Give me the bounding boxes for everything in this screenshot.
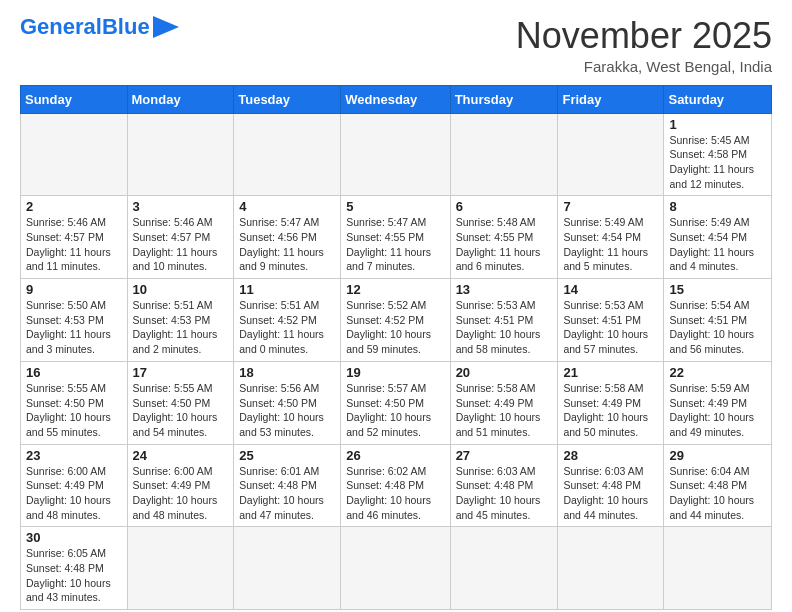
day-number: 20 bbox=[456, 365, 553, 380]
day-number: 10 bbox=[133, 282, 229, 297]
day-number: 21 bbox=[563, 365, 658, 380]
calendar-cell: 6Sunrise: 5:48 AM Sunset: 4:55 PM Daylig… bbox=[450, 196, 558, 279]
weekday-header-row: SundayMondayTuesdayWednesdayThursdayFrid… bbox=[21, 85, 772, 113]
calendar-cell: 21Sunrise: 5:58 AM Sunset: 4:49 PM Dayli… bbox=[558, 361, 664, 444]
day-number: 17 bbox=[133, 365, 229, 380]
day-number: 5 bbox=[346, 199, 444, 214]
calendar-cell: 11Sunrise: 5:51 AM Sunset: 4:52 PM Dayli… bbox=[234, 279, 341, 362]
logo-blue: Blue bbox=[102, 14, 150, 39]
weekday-header: Monday bbox=[127, 85, 234, 113]
calendar-cell: 15Sunrise: 5:54 AM Sunset: 4:51 PM Dayli… bbox=[664, 279, 772, 362]
day-number: 23 bbox=[26, 448, 122, 463]
calendar-cell: 12Sunrise: 5:52 AM Sunset: 4:52 PM Dayli… bbox=[341, 279, 450, 362]
logo: GeneralBlue bbox=[20, 16, 179, 38]
day-info: Sunrise: 5:55 AM Sunset: 4:50 PM Dayligh… bbox=[26, 381, 122, 440]
calendar: SundayMondayTuesdayWednesdayThursdayFrid… bbox=[20, 85, 772, 611]
logo-text: GeneralBlue bbox=[20, 16, 150, 38]
calendar-cell: 10Sunrise: 5:51 AM Sunset: 4:53 PM Dayli… bbox=[127, 279, 234, 362]
calendar-cell: 23Sunrise: 6:00 AM Sunset: 4:49 PM Dayli… bbox=[21, 444, 128, 527]
calendar-cell bbox=[664, 527, 772, 610]
day-info: Sunrise: 5:50 AM Sunset: 4:53 PM Dayligh… bbox=[26, 298, 122, 357]
calendar-week-row: 23Sunrise: 6:00 AM Sunset: 4:49 PM Dayli… bbox=[21, 444, 772, 527]
day-number: 3 bbox=[133, 199, 229, 214]
calendar-week-row: 2Sunrise: 5:46 AM Sunset: 4:57 PM Daylig… bbox=[21, 196, 772, 279]
day-info: Sunrise: 5:46 AM Sunset: 4:57 PM Dayligh… bbox=[133, 215, 229, 274]
day-info: Sunrise: 5:55 AM Sunset: 4:50 PM Dayligh… bbox=[133, 381, 229, 440]
day-number: 22 bbox=[669, 365, 766, 380]
calendar-week-row: 9Sunrise: 5:50 AM Sunset: 4:53 PM Daylig… bbox=[21, 279, 772, 362]
day-number: 12 bbox=[346, 282, 444, 297]
calendar-cell: 8Sunrise: 5:49 AM Sunset: 4:54 PM Daylig… bbox=[664, 196, 772, 279]
calendar-cell: 30Sunrise: 6:05 AM Sunset: 4:48 PM Dayli… bbox=[21, 527, 128, 610]
day-number: 18 bbox=[239, 365, 335, 380]
day-info: Sunrise: 5:58 AM Sunset: 4:49 PM Dayligh… bbox=[456, 381, 553, 440]
calendar-cell: 17Sunrise: 5:55 AM Sunset: 4:50 PM Dayli… bbox=[127, 361, 234, 444]
calendar-cell bbox=[127, 527, 234, 610]
calendar-cell bbox=[234, 113, 341, 196]
day-number: 28 bbox=[563, 448, 658, 463]
day-info: Sunrise: 5:53 AM Sunset: 4:51 PM Dayligh… bbox=[563, 298, 658, 357]
calendar-cell: 19Sunrise: 5:57 AM Sunset: 4:50 PM Dayli… bbox=[341, 361, 450, 444]
calendar-cell: 18Sunrise: 5:56 AM Sunset: 4:50 PM Dayli… bbox=[234, 361, 341, 444]
day-info: Sunrise: 6:04 AM Sunset: 4:48 PM Dayligh… bbox=[669, 464, 766, 523]
calendar-cell: 1Sunrise: 5:45 AM Sunset: 4:58 PM Daylig… bbox=[664, 113, 772, 196]
logo-icon bbox=[153, 16, 179, 38]
calendar-cell: 7Sunrise: 5:49 AM Sunset: 4:54 PM Daylig… bbox=[558, 196, 664, 279]
calendar-cell bbox=[558, 113, 664, 196]
calendar-cell bbox=[341, 113, 450, 196]
day-number: 25 bbox=[239, 448, 335, 463]
day-number: 4 bbox=[239, 199, 335, 214]
day-number: 15 bbox=[669, 282, 766, 297]
day-number: 6 bbox=[456, 199, 553, 214]
calendar-cell bbox=[341, 527, 450, 610]
day-info: Sunrise: 5:49 AM Sunset: 4:54 PM Dayligh… bbox=[563, 215, 658, 274]
day-info: Sunrise: 6:01 AM Sunset: 4:48 PM Dayligh… bbox=[239, 464, 335, 523]
calendar-week-row: 16Sunrise: 5:55 AM Sunset: 4:50 PM Dayli… bbox=[21, 361, 772, 444]
calendar-cell: 5Sunrise: 5:47 AM Sunset: 4:55 PM Daylig… bbox=[341, 196, 450, 279]
day-info: Sunrise: 5:46 AM Sunset: 4:57 PM Dayligh… bbox=[26, 215, 122, 274]
day-number: 27 bbox=[456, 448, 553, 463]
day-info: Sunrise: 5:45 AM Sunset: 4:58 PM Dayligh… bbox=[669, 133, 766, 192]
month-title: November 2025 bbox=[516, 16, 772, 56]
calendar-week-row: 30Sunrise: 6:05 AM Sunset: 4:48 PM Dayli… bbox=[21, 527, 772, 610]
calendar-cell: 4Sunrise: 5:47 AM Sunset: 4:56 PM Daylig… bbox=[234, 196, 341, 279]
day-info: Sunrise: 5:51 AM Sunset: 4:53 PM Dayligh… bbox=[133, 298, 229, 357]
calendar-cell: 3Sunrise: 5:46 AM Sunset: 4:57 PM Daylig… bbox=[127, 196, 234, 279]
day-number: 1 bbox=[669, 117, 766, 132]
calendar-cell: 26Sunrise: 6:02 AM Sunset: 4:48 PM Dayli… bbox=[341, 444, 450, 527]
day-info: Sunrise: 6:03 AM Sunset: 4:48 PM Dayligh… bbox=[563, 464, 658, 523]
weekday-header: Thursday bbox=[450, 85, 558, 113]
day-info: Sunrise: 5:59 AM Sunset: 4:49 PM Dayligh… bbox=[669, 381, 766, 440]
location: Farakka, West Bengal, India bbox=[516, 58, 772, 75]
page: GeneralBlue November 2025 Farakka, West … bbox=[0, 0, 792, 612]
calendar-cell: 27Sunrise: 6:03 AM Sunset: 4:48 PM Dayli… bbox=[450, 444, 558, 527]
weekday-header: Sunday bbox=[21, 85, 128, 113]
day-info: Sunrise: 6:02 AM Sunset: 4:48 PM Dayligh… bbox=[346, 464, 444, 523]
day-info: Sunrise: 6:00 AM Sunset: 4:49 PM Dayligh… bbox=[133, 464, 229, 523]
day-number: 9 bbox=[26, 282, 122, 297]
calendar-cell: 25Sunrise: 6:01 AM Sunset: 4:48 PM Dayli… bbox=[234, 444, 341, 527]
calendar-cell bbox=[558, 527, 664, 610]
calendar-cell: 13Sunrise: 5:53 AM Sunset: 4:51 PM Dayli… bbox=[450, 279, 558, 362]
header: GeneralBlue November 2025 Farakka, West … bbox=[20, 16, 772, 75]
day-number: 13 bbox=[456, 282, 553, 297]
calendar-cell bbox=[234, 527, 341, 610]
calendar-cell: 14Sunrise: 5:53 AM Sunset: 4:51 PM Dayli… bbox=[558, 279, 664, 362]
calendar-cell: 28Sunrise: 6:03 AM Sunset: 4:48 PM Dayli… bbox=[558, 444, 664, 527]
svg-marker-0 bbox=[153, 16, 179, 38]
day-number: 30 bbox=[26, 530, 122, 545]
day-number: 19 bbox=[346, 365, 444, 380]
day-info: Sunrise: 6:05 AM Sunset: 4:48 PM Dayligh… bbox=[26, 546, 122, 605]
calendar-cell bbox=[21, 113, 128, 196]
day-info: Sunrise: 5:47 AM Sunset: 4:55 PM Dayligh… bbox=[346, 215, 444, 274]
day-info: Sunrise: 6:03 AM Sunset: 4:48 PM Dayligh… bbox=[456, 464, 553, 523]
day-number: 16 bbox=[26, 365, 122, 380]
weekday-header: Saturday bbox=[664, 85, 772, 113]
weekday-header: Wednesday bbox=[341, 85, 450, 113]
day-info: Sunrise: 5:53 AM Sunset: 4:51 PM Dayligh… bbox=[456, 298, 553, 357]
calendar-cell bbox=[450, 113, 558, 196]
calendar-cell: 16Sunrise: 5:55 AM Sunset: 4:50 PM Dayli… bbox=[21, 361, 128, 444]
day-info: Sunrise: 5:56 AM Sunset: 4:50 PM Dayligh… bbox=[239, 381, 335, 440]
day-info: Sunrise: 6:00 AM Sunset: 4:49 PM Dayligh… bbox=[26, 464, 122, 523]
day-info: Sunrise: 5:51 AM Sunset: 4:52 PM Dayligh… bbox=[239, 298, 335, 357]
